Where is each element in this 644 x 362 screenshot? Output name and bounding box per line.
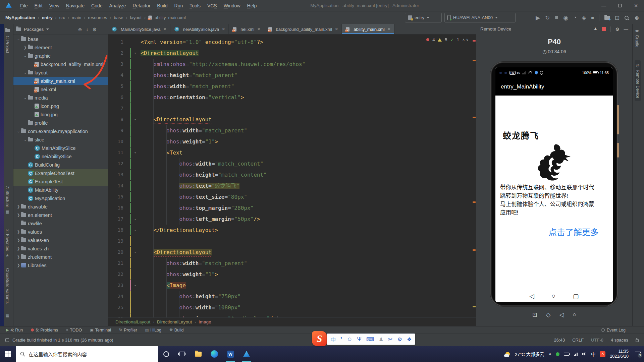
ime-icon[interactable]: ☺ <box>347 336 352 342</box>
recents-icon[interactable]: ▢ <box>573 292 579 300</box>
close-icon[interactable]: ✕ <box>163 27 167 32</box>
back-icon[interactable]: ◁ <box>529 292 534 300</box>
tree-item[interactable]: nei.xml <box>13 85 108 94</box>
breadcrumb-item[interactable]: base <box>113 15 124 20</box>
tree-item[interactable]: ❯values-zh <box>13 244 108 253</box>
tray-expand-icon[interactable]: ∧ <box>549 352 552 356</box>
profile-avatar-icon[interactable]: ☻ <box>634 14 640 21</box>
tree-item[interactable]: ❯values <box>13 228 108 236</box>
file-explorer-icon[interactable] <box>190 346 206 362</box>
tree-item[interactable]: ability_main.xml <box>13 77 108 85</box>
menu-item[interactable]: VCS <box>204 3 220 8</box>
screen-mirror-icon[interactable]: ⊡ <box>615 14 620 21</box>
stop-session-button[interactable] <box>602 27 606 31</box>
phone-screen[interactable]: HD 5G 100% 11:35 entry_MainAbility <box>495 67 613 302</box>
device-manager-icon[interactable] <box>604 16 610 20</box>
fold-marker-icon[interactable]: ▾ <box>134 280 136 291</box>
breadcrumb-item[interactable]: layout <box>129 15 142 20</box>
run-button[interactable]: ▶ <box>536 14 540 21</box>
tree-item[interactable]: ❯Libraries <box>13 261 108 269</box>
xml-breadcrumb-item[interactable]: Image <box>199 319 211 324</box>
ime-icon[interactable]: 中 <box>330 335 336 343</box>
menu-item[interactable]: Navigate <box>63 3 88 8</box>
tree-item[interactable]: CneiAbilitySlice <box>13 152 108 161</box>
screenshot-icon[interactable]: ⊡ <box>532 311 537 318</box>
tree-chevron-icon[interactable]: ❯ <box>16 238 21 242</box>
hide-panel-icon[interactable]: — <box>624 26 629 32</box>
collapse-all-icon[interactable]: ↕ <box>86 27 88 32</box>
tree-chevron-icon[interactable]: ❯ <box>16 246 21 251</box>
tree-chevron-icon[interactable]: ❯ <box>16 230 21 234</box>
sidebar-item-project[interactable]: 1: Project <box>5 27 10 53</box>
tree-chevron-icon[interactable]: ❯ <box>16 255 21 259</box>
tool-window-button[interactable]: ↻Profiler <box>119 328 137 333</box>
word-icon[interactable]: W <box>222 346 238 362</box>
hide-panel-icon[interactable]: — <box>101 27 105 32</box>
lock-icon[interactable] <box>636 339 639 342</box>
rotate-icon[interactable]: ◇ <box>546 311 551 318</box>
pin-icon[interactable]: ➤ <box>593 26 599 32</box>
tree-item[interactable]: ⌄base <box>13 35 108 43</box>
editor-tab[interactable]: background_ability_main.xml✕ <box>264 24 342 34</box>
menu-item[interactable]: Help <box>244 3 260 8</box>
breadcrumb-item[interactable]: ability_main.xml <box>154 15 186 20</box>
task-view-icon[interactable] <box>174 346 190 362</box>
minimize-button[interactable]: — <box>596 0 612 11</box>
menu-item[interactable]: Window <box>220 3 244 8</box>
speaker-icon[interactable] <box>582 352 587 356</box>
gear-icon[interactable]: ⚙ <box>92 27 97 32</box>
tree-item[interactable]: ❯element <box>13 43 108 52</box>
menu-item[interactable]: Code <box>88 3 106 8</box>
caret-position[interactable]: 26:43 <box>554 338 565 343</box>
menu-item[interactable]: Analyze <box>106 3 129 8</box>
tree-item[interactable]: ❯en.element <box>13 211 108 219</box>
close-icon[interactable]: ✕ <box>335 27 338 32</box>
tree-item[interactable]: CMainAbility <box>13 186 108 194</box>
breadcrumb-item[interactable]: resources <box>87 15 108 20</box>
tree-item[interactable]: ❯values-en <box>13 236 108 244</box>
tree-item[interactable]: CMyApplication <box>13 194 108 202</box>
indent-setting[interactable]: 4 spaces <box>611 338 628 343</box>
module-select[interactable]: entry <box>405 13 442 22</box>
breadcrumb-item[interactable]: main <box>71 15 82 20</box>
device-home-icon[interactable]: ○ <box>573 311 576 318</box>
file-encoding[interactable]: UTF-8 <box>591 338 603 343</box>
device-back-icon[interactable]: ◁ <box>559 311 564 318</box>
learn-more-link[interactable]: 点击了解更多 <box>495 226 613 238</box>
breadcrumb-item[interactable]: MyApplication <box>5 15 36 20</box>
ime-icon[interactable]: Ψ <box>357 336 362 342</box>
tree-item[interactable]: ❯zh.element <box>13 253 108 261</box>
weather-text[interactable]: 27°C 大部多云 <box>515 351 544 357</box>
taskbar-clock[interactable]: 11:35 2021/6/10 <box>610 349 629 359</box>
close-icon[interactable]: ✕ <box>257 27 260 32</box>
fold-marker-icon[interactable]: ▾ <box>134 48 136 59</box>
ime-icon[interactable]: ✂ <box>388 336 392 343</box>
profiler-icon[interactable]: ◔ <box>573 14 577 21</box>
tree-chevron-icon[interactable]: ⌄ <box>23 137 28 142</box>
breadcrumb-item[interactable]: src <box>59 15 66 20</box>
security-tray-icon[interactable] <box>556 352 559 356</box>
ime-icon[interactable]: ♟ <box>379 336 383 343</box>
editor-tab[interactable]: ability_main.xml✕ <box>342 24 394 34</box>
deveco-taskbar-icon[interactable] <box>238 346 255 362</box>
edge-icon[interactable] <box>206 346 222 362</box>
tree-item[interactable]: ⌄com.example.myapplication <box>13 127 108 135</box>
tree-chevron-icon[interactable]: ❯ <box>16 263 21 267</box>
tool-window-button[interactable]: ≡TODO <box>66 328 82 333</box>
sidebar-item-remote-device[interactable]: ◎ Remote Device <box>635 60 641 101</box>
event-log-button[interactable]: Event Log <box>601 328 626 333</box>
cortana-icon[interactable] <box>158 346 174 362</box>
fold-marker-icon[interactable]: ▴ <box>134 225 136 236</box>
tree-item[interactable]: ⌄layout <box>13 68 108 77</box>
battery-tray-icon[interactable] <box>564 353 570 356</box>
tree-item[interactable]: ⌄slice <box>13 135 108 144</box>
tree-chevron-icon[interactable]: ❯ <box>23 45 28 50</box>
tree-chevron-icon[interactable]: ⌄ <box>23 96 28 100</box>
tree-item[interactable]: CMainAbilitySlice <box>13 144 108 152</box>
attach-debugger-icon[interactable]: ◈ <box>582 14 586 21</box>
close-button[interactable]: ✕ <box>628 0 644 11</box>
xml-breadcrumb-item[interactable]: DirectionalLayout <box>115 319 150 324</box>
tool-window-button[interactable]: ▣Terminal <box>90 328 111 333</box>
tree-item[interactable]: rawfile <box>13 219 108 228</box>
notification-center-icon[interactable]: 3 <box>635 352 641 356</box>
